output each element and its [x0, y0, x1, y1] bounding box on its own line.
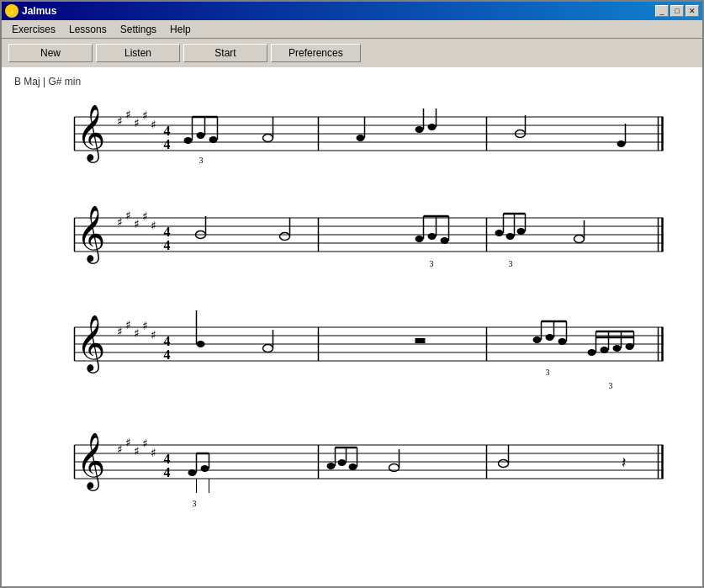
maximize-button[interactable]: □ [670, 5, 684, 17]
svg-text:4: 4 [164, 465, 171, 479]
svg-text:3: 3 [430, 259, 434, 268]
svg-text:♯: ♯ [117, 326, 123, 338]
svg-point-105 [558, 338, 567, 345]
svg-text:♯: ♯ [117, 216, 123, 229]
svg-text:𝄞: 𝄞 [77, 104, 105, 163]
svg-text:♯: ♯ [151, 119, 156, 131]
svg-text:3: 3 [546, 368, 550, 377]
close-button[interactable]: ✕ [685, 5, 699, 17]
svg-point-28 [357, 135, 365, 141]
preferences-button[interactable]: Preferences [271, 44, 361, 62]
svg-text:♯: ♯ [142, 437, 148, 450]
svg-text:3: 3 [193, 499, 197, 508]
menu-settings[interactable]: Settings [114, 22, 163, 37]
svg-text:3: 3 [509, 259, 513, 268]
svg-text:4: 4 [164, 347, 171, 362]
title-bar-left: ♪ Jalmus [5, 4, 56, 18]
svg-point-155 [499, 460, 509, 468]
minimize-button[interactable]: _ [655, 5, 669, 17]
svg-text:♯: ♯ [134, 445, 140, 458]
svg-text:♯: ♯ [151, 447, 156, 459]
listen-button[interactable]: Listen [96, 44, 180, 62]
window-controls: _ □ ✕ [655, 5, 699, 17]
svg-text:♯: ♯ [134, 327, 140, 340]
svg-text:4: 4 [164, 124, 171, 138]
svg-point-26 [263, 135, 273, 142]
svg-text:♯: ♯ [142, 210, 148, 223]
svg-point-60 [416, 236, 424, 242]
svg-text:♯: ♯ [134, 117, 140, 130]
music-content: B Maj | G# min 𝄞 ♯ ♯ ♯ ♯ ♯ 4 4 [2, 67, 702, 586]
svg-point-68 [495, 230, 504, 236]
svg-point-72 [517, 228, 526, 235]
svg-point-138 [188, 469, 197, 476]
svg-point-101 [533, 336, 542, 343]
svg-text:4: 4 [164, 238, 171, 252]
svg-point-36 [617, 140, 626, 147]
svg-point-140 [201, 465, 209, 472]
svg-rect-100 [416, 338, 426, 343]
staff-svg-3: 𝄞 ♯ ♯ ♯ ♯ ♯ 4 4 [10, 298, 694, 390]
svg-point-22 [209, 136, 218, 143]
svg-point-62 [428, 233, 437, 240]
svg-point-148 [338, 459, 347, 466]
menu-exercises[interactable]: Exercises [5, 22, 62, 37]
new-button[interactable]: New [8, 44, 93, 62]
svg-text:♯: ♯ [151, 220, 156, 232]
staff-svg-4: 𝄞 ♯ ♯ ♯ ♯ ♯ 4 4 3 [10, 416, 694, 508]
svg-text:4: 4 [164, 137, 171, 151]
svg-text:♯: ♯ [117, 115, 123, 128]
svg-point-115 [626, 343, 634, 350]
svg-point-20 [197, 132, 205, 139]
start-button[interactable]: Start [183, 44, 267, 62]
staff-2: 𝄞 ♯ ♯ ♯ ♯ ♯ 4 4 [10, 193, 694, 273]
svg-point-76 [574, 236, 585, 243]
svg-point-58 [280, 233, 290, 241]
svg-point-150 [349, 464, 357, 470]
svg-point-111 [601, 347, 609, 353]
svg-text:𝄞: 𝄞 [77, 205, 105, 264]
svg-point-113 [613, 345, 622, 352]
svg-text:♯: ♯ [142, 320, 148, 332]
svg-text:𝄞: 𝄞 [77, 315, 105, 373]
staff-svg-2: 𝄞 ♯ ♯ ♯ ♯ ♯ 4 4 [10, 193, 694, 273]
window-title: Jalmus [22, 5, 56, 17]
svg-point-32 [428, 124, 437, 130]
svg-point-30 [416, 126, 424, 133]
main-window: ♪ Jalmus _ □ ✕ Exercises Lessons Setting… [0, 0, 704, 588]
svg-text:3: 3 [199, 156, 204, 165]
svg-text:♯: ♯ [117, 443, 123, 456]
svg-point-98 [263, 345, 273, 352]
svg-text:♯: ♯ [151, 329, 156, 342]
svg-point-146 [327, 463, 336, 469]
svg-text:𝄞: 𝄞 [77, 432, 105, 491]
title-bar: ♪ Jalmus _ □ ✕ [2, 2, 702, 20]
svg-point-109 [588, 349, 596, 356]
toolbar: New Listen Start Preferences [2, 39, 702, 67]
svg-text:3: 3 [609, 381, 613, 390]
svg-point-70 [506, 233, 515, 240]
svg-text:♯: ♯ [134, 218, 140, 230]
menu-lessons[interactable]: Lessons [62, 22, 114, 37]
svg-text:♯: ♯ [125, 109, 131, 121]
menu-help[interactable]: Help [163, 22, 198, 37]
svg-point-103 [546, 334, 554, 341]
menubar: Exercises Lessons Settings Help [2, 20, 702, 39]
svg-text:♯: ♯ [142, 109, 148, 122]
staff-1: 𝄞 ♯ ♯ ♯ ♯ ♯ 4 4 [10, 92, 694, 167]
staff-4: 𝄞 ♯ ♯ ♯ ♯ ♯ 4 4 3 [10, 416, 694, 508]
svg-text:♯: ♯ [125, 319, 131, 331]
key-label: B Maj | G# min [14, 76, 694, 87]
svg-text:♯: ♯ [125, 437, 131, 449]
svg-point-96 [197, 341, 205, 347]
staff-svg-1: 𝄞 ♯ ♯ ♯ ♯ ♯ 4 4 [10, 92, 694, 167]
svg-text:4: 4 [164, 452, 171, 466]
staff-3: 𝄞 ♯ ♯ ♯ ♯ ♯ 4 4 [10, 298, 694, 390]
svg-text:4: 4 [164, 225, 171, 239]
svg-text:♯: ♯ [125, 209, 131, 222]
app-icon: ♪ [5, 4, 19, 18]
svg-point-64 [441, 237, 449, 244]
svg-point-18 [184, 137, 193, 144]
svg-text:4: 4 [164, 334, 171, 348]
